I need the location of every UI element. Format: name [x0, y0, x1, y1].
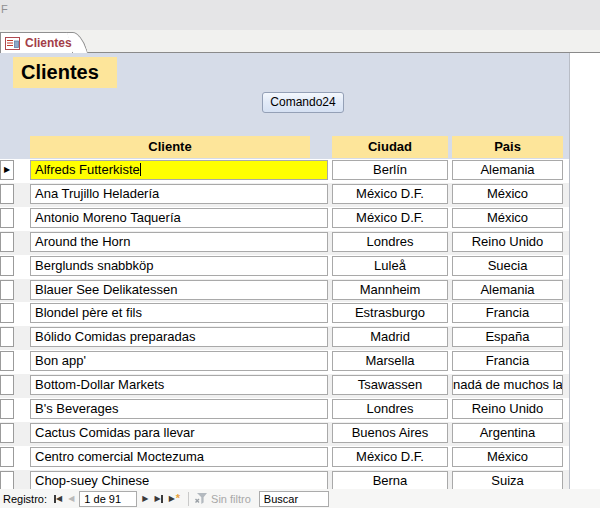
cliente-cell[interactable]: B's Beverages [30, 399, 328, 419]
column-header-ciudad: Ciudad [332, 136, 448, 158]
records-area: ▶ Alfreds Futterkiste Berlín Alemania An… [0, 159, 570, 490]
table-row: Bottom-Dollar Markets Tsawassen nadá de … [0, 374, 570, 398]
table-row: ▶ Alfreds Futterkiste Berlín Alemania [0, 159, 570, 183]
record-selector[interactable] [0, 232, 14, 252]
record-selector[interactable] [0, 303, 14, 323]
form-title: Clientes [13, 57, 117, 88]
record-navigator-label: Registro: [3, 493, 47, 505]
record-selector[interactable] [0, 351, 14, 371]
table-row: Blondel père et fils Estrasburgo Francia [0, 302, 570, 326]
ciudad-cell[interactable]: Londres [332, 399, 448, 419]
cliente-cell[interactable]: Bottom-Dollar Markets [30, 375, 328, 395]
ciudad-cell[interactable]: México D.F. [332, 184, 448, 204]
first-record-button[interactable]: ◀ [51, 491, 65, 506]
pais-cell[interactable]: México [452, 184, 563, 204]
ciudad-cell[interactable]: Tsawassen [332, 375, 448, 395]
filter-state-label[interactable]: Sin filtro [211, 493, 251, 505]
cliente-cell[interactable]: Around the Horn [30, 232, 328, 252]
pais-cell[interactable]: Francia [452, 303, 563, 323]
table-row: Berglunds snabbköp Luleå Suecia [0, 255, 570, 279]
pais-cell[interactable]: México [452, 208, 563, 228]
text-cursor [140, 163, 141, 176]
cliente-cell[interactable]: Cactus Comidas para llevar [30, 423, 328, 443]
table-row: Blauer See Delikatessen Mannheim Alemani… [0, 279, 570, 303]
cliente-cell[interactable]: Chop-suey Chinese [30, 471, 328, 490]
table-row: Chop-suey Chinese Berna Suiza [0, 470, 570, 490]
table-row: Ana Trujillo Heladería México D.F. Méxic… [0, 183, 570, 207]
record-selector[interactable] [0, 327, 14, 347]
pais-cell[interactable]: Alemania [452, 160, 563, 180]
record-selector[interactable] [0, 447, 14, 467]
window-top-band: F [0, 0, 600, 30]
record-selector[interactable] [0, 399, 14, 419]
ciudad-cell[interactable]: Londres [332, 232, 448, 252]
new-record-button[interactable]: ▶* [166, 491, 183, 506]
cliente-cell[interactable]: Ana Trujillo Heladería [30, 184, 328, 204]
ciudad-cell[interactable]: Marsella [332, 351, 448, 371]
pais-cell[interactable]: nadá de muchos lag [452, 375, 563, 395]
navigator-separator [188, 492, 189, 506]
cliente-cell[interactable]: Berglunds snabbköp [30, 256, 328, 276]
cliente-cell[interactable]: Blondel père et fils [30, 303, 328, 323]
ciudad-cell[interactable]: México D.F. [332, 208, 448, 228]
previous-record-button[interactable]: ◀ [65, 491, 77, 506]
record-selector[interactable]: ▶ [0, 160, 14, 180]
pais-cell[interactable]: Reino Unido [452, 399, 563, 419]
ciudad-cell[interactable]: Berlín [332, 160, 448, 180]
clientes-form: Clientes Comando24 Cliente Ciudad Pais ▶… [0, 53, 570, 490]
form-icon [5, 37, 20, 50]
cliente-cell[interactable]: Bólido Comidas preparadas [30, 327, 328, 347]
column-header-pais: Pais [452, 136, 563, 158]
record-selector[interactable] [0, 423, 14, 443]
tab-clientes[interactable]: Clientes [0, 32, 72, 53]
pais-cell[interactable]: Alemania [452, 280, 563, 300]
window-edge-fragment: F [1, 3, 8, 15]
pais-cell[interactable]: Francia [452, 351, 563, 371]
access-window: F Clientes Clientes Comando24 Cliente Ci… [0, 0, 600, 508]
pais-cell[interactable]: Reino Unido [452, 232, 563, 252]
ciudad-cell[interactable]: Buenos Aires [332, 423, 448, 443]
cliente-cell[interactable]: Antonio Moreno Taquería [30, 208, 328, 228]
ciudad-cell[interactable]: Mannheim [332, 280, 448, 300]
pais-cell[interactable]: Suecia [452, 256, 563, 276]
record-selector[interactable] [0, 256, 14, 276]
cliente-cell[interactable]: Blauer See Delikatessen [30, 280, 328, 300]
ciudad-cell[interactable]: Estrasburgo [332, 303, 448, 323]
cliente-cell[interactable]: Alfreds Futterkiste [30, 160, 328, 180]
cliente-cell[interactable]: Bon app' [30, 351, 328, 371]
column-header-cliente: Cliente [30, 136, 310, 158]
table-row: Bólido Comidas preparadas Madrid España [0, 326, 570, 350]
table-row: Cactus Comidas para llevar Buenos Aires … [0, 422, 570, 446]
table-row: Around the Horn Londres Reino Unido [0, 231, 570, 255]
ciudad-cell[interactable]: Berna [332, 471, 448, 490]
next-record-button[interactable]: ▶ [139, 491, 151, 506]
table-row: Antonio Moreno Taquería México D.F. Méxi… [0, 207, 570, 231]
table-row: B's Beverages Londres Reino Unido [0, 398, 570, 422]
ciudad-cell[interactable]: Luleå [332, 256, 448, 276]
record-selector[interactable] [0, 184, 14, 204]
new-record-star-icon: * [176, 492, 180, 505]
pais-cell[interactable]: España [452, 327, 563, 347]
column-header-row: Cliente Ciudad Pais [0, 136, 570, 158]
pais-cell[interactable]: México [452, 447, 563, 467]
record-navigator: Registro: ◀ ◀ 1 de 91 ▶ ▶ ▶* Sin filtro … [0, 489, 600, 508]
nav-bar-glyph [161, 495, 163, 503]
object-tab-bar: Clientes [0, 30, 600, 53]
pais-cell[interactable]: Suiza [452, 471, 563, 490]
last-record-button[interactable]: ▶ [152, 491, 166, 506]
cliente-cell[interactable]: Centro comercial Moctezuma [30, 447, 328, 467]
ciudad-cell[interactable]: Madrid [332, 327, 448, 347]
record-selector[interactable] [0, 375, 14, 395]
record-selector[interactable] [0, 280, 14, 300]
record-position-box[interactable]: 1 de 91 [79, 491, 137, 507]
tab-label: Clientes [25, 36, 72, 50]
record-selector[interactable] [0, 208, 14, 228]
search-input[interactable]: Buscar [259, 491, 329, 507]
ciudad-cell[interactable]: México D.F. [332, 447, 448, 467]
comando24-button[interactable]: Comando24 [262, 92, 344, 113]
table-row: Bon app' Marsella Francia [0, 350, 570, 374]
pais-cell[interactable]: Argentina [452, 423, 563, 443]
record-selector[interactable] [0, 471, 14, 490]
table-row: Centro comercial Moctezuma México D.F. M… [0, 446, 570, 470]
filter-icon [194, 492, 208, 505]
